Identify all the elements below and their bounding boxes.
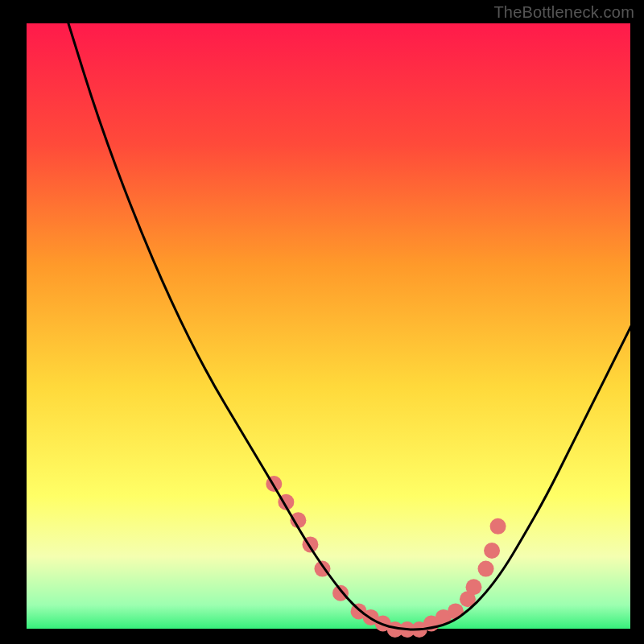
watermark-text: TheBottleneck.com	[493, 3, 634, 22]
chart-container: TheBottleneck.com	[0, 0, 644, 644]
marker-point	[465, 579, 481, 595]
chart-svg	[0, 0, 644, 644]
marker-point	[478, 561, 494, 577]
marker-point	[332, 585, 349, 601]
plot-background	[26, 23, 631, 630]
marker-point	[484, 543, 500, 559]
marker-point	[490, 518, 506, 535]
